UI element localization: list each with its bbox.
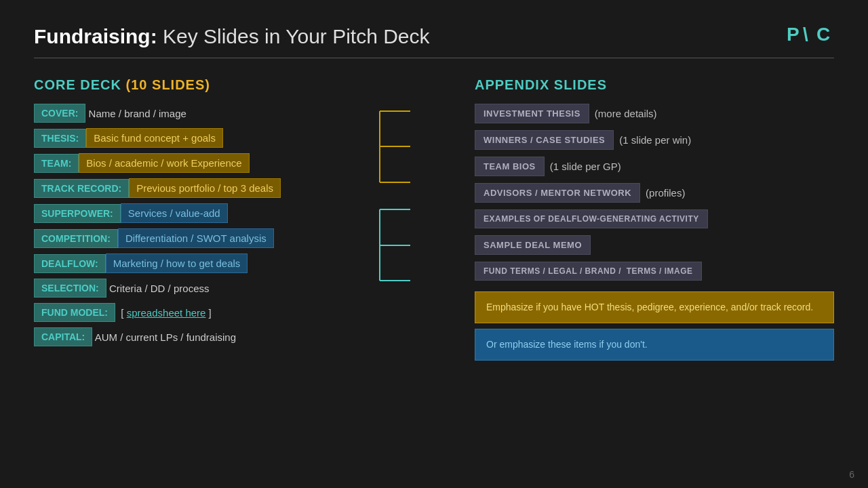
track-label: TRACK RECORD:	[34, 179, 129, 198]
logo-icon: P \ C	[787, 20, 834, 52]
appendix-investment: INVESTMENT THESIS (more details)	[475, 104, 834, 123]
appendix-title: APPENDIX SLIDES	[475, 77, 834, 93]
spreadsheet-link[interactable]: spreadsheet here	[127, 307, 206, 319]
thesis-label: THESIS:	[34, 129, 86, 148]
fundterms-label: FUND TERMS / LEGAL / BRAND / TERMS / IMA…	[475, 262, 702, 281]
superpower-text: Services / value-add	[121, 203, 228, 223]
note-teal-box: Or emphasize these items if you don't.	[475, 329, 834, 361]
appendix-fundterms: FUND TERMS / LEGAL / BRAND / TERMS / IMA…	[475, 262, 834, 281]
svg-text:P: P	[787, 24, 801, 45]
core-deck-subtitle: (10 slides)	[126, 77, 210, 92]
appendix-teambios: TEAM BIOS (1 slide per GP)	[475, 157, 834, 176]
svg-text:\: \	[803, 24, 810, 45]
appendix-advisors: ADVISORS / MENTOR NETWORK (profiles)	[475, 183, 834, 203]
deck-item-thesis: THESIS: Basic fund concept + goals	[34, 128, 393, 148]
examples-label: EXAMPLES OF DEALFLOW-GENERATING ACTIVITY	[475, 209, 708, 228]
svg-text:C: C	[816, 24, 831, 45]
selection-text: Criteria / DD / process	[106, 283, 210, 294]
deck-item-competition: COMPETITION: Differentiation / SWOT anal…	[34, 228, 393, 248]
selection-label: SELECTION:	[34, 279, 106, 298]
bracket-connector	[373, 91, 441, 328]
note-gold-box: Emphasize if you have HOT thesis, pedigr…	[475, 291, 834, 323]
winners-label: WINNERS / CASE STUDIES	[475, 130, 614, 150]
appendix-examples: EXAMPLES OF DEALFLOW-GENERATING ACTIVITY	[475, 209, 834, 228]
competition-label: COMPETITION:	[34, 229, 118, 248]
capital-text: AUM / current LPs / fundraising	[92, 331, 236, 343]
dealflow-label: DEALFLOW:	[34, 254, 106, 273]
note-gold-text: Emphasize if you have HOT thesis, pedigr…	[486, 302, 813, 312]
core-deck-title: CORE DECK (10 slides)	[34, 77, 393, 93]
deck-item-capital: CAPITAL: AUM / current LPs / fundraising	[34, 327, 393, 346]
fundmodel-label: FUND MODEL:	[34, 303, 115, 322]
investment-label: INVESTMENT THESIS	[475, 104, 589, 123]
fundmodel-text: [ spreadsheet here ]	[115, 307, 212, 319]
title-rest: Key Slides in Your Pitch Deck	[157, 25, 430, 47]
note-teal-text: Or emphasize these items if you don't.	[486, 339, 648, 350]
left-column: CORE DECK (10 slides) COVER: Name / bran…	[34, 77, 393, 361]
deck-item-team: TEAM: Bios / academic / work Experience	[34, 153, 393, 173]
teambios-label: TEAM BIOS	[475, 157, 545, 176]
sampledeal-label: SAMPLE DEAL MEMO	[475, 235, 591, 255]
header-divider	[34, 58, 834, 58]
deck-item-superpower: SUPERPOWER: Services / value-add	[34, 203, 393, 223]
slide-container: Fundraising: Key Slides in Your Pitch De…	[0, 0, 868, 488]
track-text: Previous portfolio / top 3 deals	[129, 178, 281, 198]
superpower-label: SUPERPOWER:	[34, 204, 121, 223]
deck-item-dealflow: DEALFLOW: Marketing / how to get deals	[34, 253, 393, 273]
page-number: 6	[849, 469, 854, 480]
content-area: CORE DECK (10 slides) COVER: Name / bran…	[34, 77, 834, 361]
deck-item-track: TRACK RECORD: Previous portfolio / top 3…	[34, 178, 393, 198]
appendix-sampledeal: SAMPLE DEAL MEMO	[475, 235, 834, 255]
investment-extra: (more details)	[595, 108, 657, 119]
header-title: Fundraising: Key Slides in Your Pitch De…	[34, 25, 430, 48]
deck-item-fundmodel: FUND MODEL: [ spreadsheet here ]	[34, 303, 393, 322]
deck-item-cover: COVER: Name / brand / image	[34, 104, 393, 123]
team-text: Bios / academic / work Experience	[79, 153, 249, 173]
advisors-extra: (profiles)	[646, 187, 685, 199]
capital-label: CAPITAL:	[34, 327, 92, 346]
winners-extra: (1 slide per win)	[619, 134, 691, 146]
thesis-text: Basic fund concept + goals	[86, 128, 223, 148]
dealflow-text: Marketing / how to get deals	[106, 253, 248, 273]
competition-text: Differentiation / SWOT analysis	[118, 228, 274, 248]
appendix-winners: WINNERS / CASE STUDIES (1 slide per win)	[475, 130, 834, 150]
header: Fundraising: Key Slides in Your Pitch De…	[34, 20, 834, 52]
team-label: TEAM:	[34, 154, 79, 173]
title-bold: Fundraising:	[34, 25, 157, 47]
teambios-extra: (1 slide per GP)	[550, 161, 621, 172]
cover-text: Name / brand / image	[85, 108, 186, 119]
cover-label: COVER:	[34, 104, 85, 123]
right-column: APPENDIX SLIDES INVESTMENT THESIS (more …	[475, 77, 834, 361]
deck-item-selection: SELECTION: Criteria / DD / process	[34, 279, 393, 298]
advisors-label: ADVISORS / MENTOR NETWORK	[475, 183, 640, 203]
